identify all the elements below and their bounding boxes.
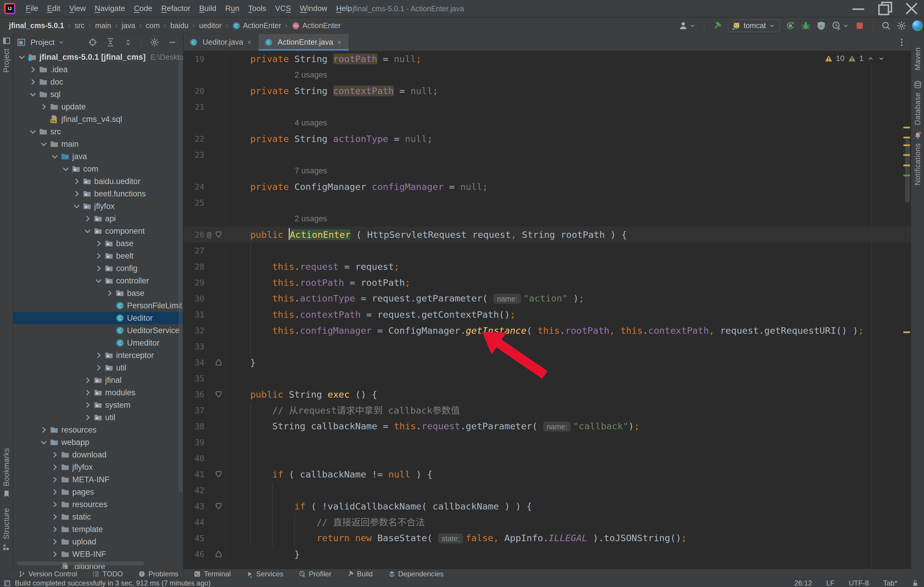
chevron-right-icon[interactable]: [94, 264, 103, 273]
toolwindow-button-dependencies[interactable]: Dependencies: [388, 570, 444, 578]
chevron-right-icon[interactable]: [50, 450, 59, 459]
usages-hint[interactable]: 7 usages: [295, 166, 327, 176]
fold-start-icon[interactable]: [214, 470, 223, 479]
close-tab-icon[interactable]: [336, 39, 343, 46]
code-line-31[interactable]: 31 this.contextPath = request.getContext…: [184, 306, 911, 322]
chevron-down-icon[interactable]: [61, 164, 70, 173]
user-menu-button[interactable]: [678, 21, 696, 30]
tree-item-com[interactable]: com: [13, 163, 183, 175]
breadcrumb-item-ueditor[interactable]: ueditor: [198, 21, 223, 30]
breadcrumb-item-main[interactable]: main: [94, 21, 112, 30]
tree-item-webapp[interactable]: webapp: [13, 436, 183, 449]
tool-stripe-notifications[interactable]: Notifications: [911, 132, 924, 186]
tool-stripe-structure[interactable]: Structure: [2, 508, 11, 551]
restore-button[interactable]: [875, 1, 894, 16]
code-line-27[interactable]: 27: [184, 243, 911, 258]
usages-hint-row[interactable]: 2 usages: [184, 210, 911, 227]
file-encoding[interactable]: UTF-8: [849, 579, 869, 587]
breadcrumb-item-com[interactable]: com: [145, 21, 161, 30]
tree-item-update[interactable]: update: [13, 100, 183, 113]
code-line-36[interactable]: 36 public String exec () {: [184, 386, 911, 402]
next-problem-icon[interactable]: [878, 55, 885, 62]
menu-vcs[interactable]: VCS: [271, 2, 295, 15]
chevron-right-icon[interactable]: [50, 550, 59, 559]
chevron-right-icon[interactable]: [83, 376, 92, 385]
code-line-29[interactable]: 29 this.rootPath = rootPath;: [184, 275, 911, 291]
code-line-23[interactable]: 23: [184, 147, 911, 163]
breadcrumb-item-actionenter[interactable]: mActionEnter: [290, 21, 342, 30]
fold-start-icon[interactable]: [214, 502, 223, 511]
inspection-widget[interactable]: 10 1: [822, 53, 887, 64]
tree-item-ueditor[interactable]: CUeditor: [13, 312, 183, 324]
code-line-42[interactable]: 42: [184, 482, 911, 498]
tool-stripe-bookmarks[interactable]: Bookmarks: [2, 448, 11, 498]
code-line-39[interactable]: 39: [184, 434, 911, 450]
chevron-down-icon[interactable]: [58, 39, 64, 46]
chevron-right-icon[interactable]: [94, 351, 103, 360]
chevron-down-icon[interactable]: [40, 140, 48, 148]
chevron-right-icon[interactable]: [50, 500, 59, 509]
chevron-right-icon[interactable]: [40, 102, 48, 111]
code-line-44[interactable]: 44 // 直接返回参数名不合法: [184, 514, 911, 530]
tree-item-baidu.ueditor[interactable]: baidu.ueditor: [13, 175, 183, 187]
code-line-45[interactable]: 45 return new BaseState( state:false, Ap…: [184, 530, 911, 546]
chevron-down-icon[interactable]: [94, 276, 103, 285]
breadcrumb-item-actionenter[interactable]: CActionEnter: [231, 21, 282, 30]
locate-file-button[interactable]: [88, 38, 97, 47]
tree-item-component[interactable]: component: [13, 225, 183, 237]
menu-navigate[interactable]: Navigate: [90, 2, 130, 15]
tree-item-resources[interactable]: resources: [13, 424, 183, 436]
tree-item-meta-inf[interactable]: META-INF: [13, 474, 183, 486]
code-line-38[interactable]: 38 String callbackName = this.request.ge…: [184, 418, 911, 434]
toolwindow-button-build[interactable]: Build: [347, 570, 373, 578]
chevron-down-icon[interactable]: [28, 127, 37, 136]
project-view-selector[interactable]: Project: [30, 38, 54, 47]
info-stripe-mark[interactable]: [903, 174, 910, 176]
code-line-43[interactable]: 43 if ( !validCallbackName( callbackName…: [184, 498, 911, 514]
run-with-coverage-button[interactable]: [817, 21, 826, 30]
chevron-right-icon[interactable]: [40, 426, 48, 434]
fold-start-icon[interactable]: [214, 230, 223, 239]
usages-hint[interactable]: 2 usages: [295, 71, 327, 80]
warning-stripe-mark[interactable]: [903, 137, 910, 138]
hide-panel-button[interactable]: [168, 38, 177, 47]
tool-stripe-database[interactable]: Database: [911, 81, 924, 125]
tree-vertical-scrollbar[interactable]: [178, 54, 182, 492]
tree-item-sql[interactable]: sql: [13, 88, 183, 100]
chevron-right-icon[interactable]: [83, 401, 92, 409]
chevron-right-icon[interactable]: [83, 214, 92, 223]
code-line-28[interactable]: 28 this.request = request;: [184, 258, 911, 275]
chevron-right-icon[interactable]: [94, 239, 103, 248]
unlock-icon[interactable]: [912, 580, 919, 587]
toolwindow-button-services[interactable]: Services: [246, 570, 284, 578]
usages-hint[interactable]: 4 usages: [295, 118, 327, 128]
usages-hint[interactable]: 2 usages: [295, 214, 327, 224]
menu-edit[interactable]: Edit: [43, 2, 65, 15]
chevron-right-icon[interactable]: [105, 289, 114, 298]
caret-position[interactable]: 26:12: [794, 579, 812, 587]
tree-item-main[interactable]: main: [13, 138, 183, 150]
tree-item-base[interactable]: base: [13, 287, 183, 299]
toolwindow-button-version-control[interactable]: Version Control: [18, 570, 77, 578]
chevron-right-icon[interactable]: [50, 475, 59, 484]
tree-item-download[interactable]: download: [13, 449, 183, 461]
tree-item-web-inf[interactable]: WEB-INF: [13, 548, 183, 561]
chevron-right-icon[interactable]: [94, 363, 103, 372]
tree-item-upload[interactable]: upload: [13, 536, 183, 548]
code-line-21[interactable]: 21: [184, 99, 911, 115]
tree-item-modules[interactable]: modules: [13, 386, 183, 399]
expand-all-button[interactable]: [106, 38, 115, 47]
editor-tab-actionenter.java[interactable]: CActionEnter.java: [259, 34, 348, 51]
minimize-button[interactable]: [849, 1, 868, 16]
tree-item-jfinal_cms_v4.sql[interactable]: SQLjfinal_cms_v4.sql: [13, 113, 183, 125]
chevron-right-icon[interactable]: [72, 177, 81, 186]
code-line-25[interactable]: 25: [184, 195, 911, 210]
chevron-right-icon[interactable]: [83, 388, 92, 397]
chevron-right-icon[interactable]: [83, 413, 92, 422]
fold-end-icon[interactable]: [214, 358, 223, 367]
code-line-24[interactable]: 24 private ConfigManager configManager =…: [184, 179, 911, 195]
tree-item-beelt[interactable]: beelt: [13, 250, 183, 262]
editor-scrollbar[interactable]: [905, 139, 910, 203]
warning-stripe-mark[interactable]: [903, 164, 910, 166]
code-line-26[interactable]: 26@ public ActionEnter ( HttpServletRequ…: [184, 227, 911, 243]
